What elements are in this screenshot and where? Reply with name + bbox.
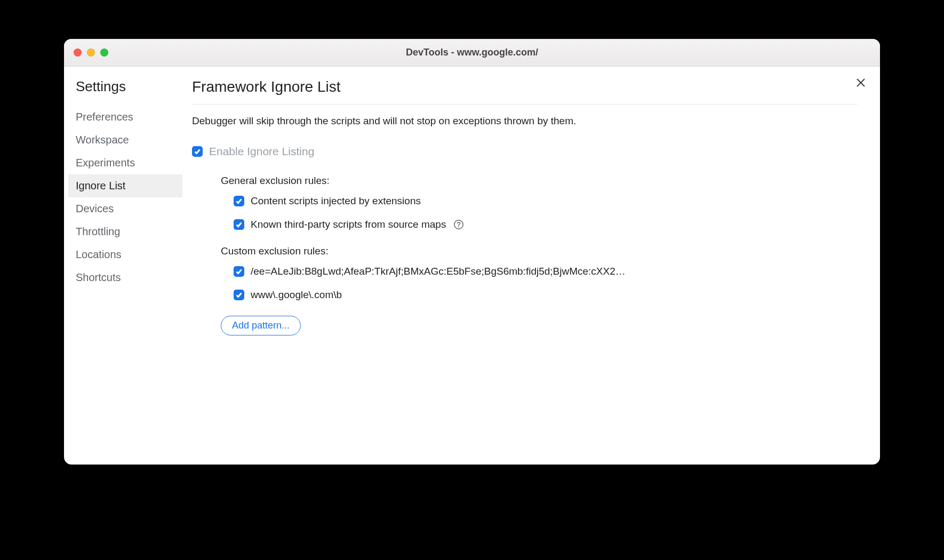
enable-ignore-listing-label: Enable Ignore Listing <box>209 145 314 158</box>
window-minimize-button[interactable] <box>87 49 95 57</box>
enable-ignore-listing-row: Enable Ignore Listing <box>192 145 858 158</box>
svg-point-1 <box>458 226 459 227</box>
window-title: DevTools - www.google.com/ <box>64 47 880 58</box>
third-party-scripts-label: Known third-party scripts from source ma… <box>251 219 446 230</box>
custom-rule-label: /ee=ALeJib:B8gLwd;AfeaP:TkrAjf;BMxAGc:E5… <box>251 266 626 277</box>
sidebar-item-workspace[interactable]: Workspace <box>68 129 182 151</box>
sidebar-item-locations[interactable]: Locations <box>68 243 182 266</box>
content-scripts-checkbox[interactable] <box>234 196 244 206</box>
custom-rules-section: Custom exclusion rules: /ee=ALeJib:B8gLw… <box>192 245 858 301</box>
third-party-scripts-checkbox[interactable] <box>234 219 244 230</box>
sidebar-item-label: Throttling <box>76 226 120 237</box>
sidebar-item-label: Workspace <box>76 134 129 146</box>
sidebar-title: Settings <box>68 78 182 95</box>
custom-rule-checkbox[interactable] <box>234 266 244 277</box>
general-rules-heading: General exclusion rules: <box>221 175 858 187</box>
page-heading: Framework Ignore List <box>192 78 858 105</box>
sidebar-item-label: Preferences <box>76 111 133 123</box>
general-rule-row: Known third-party scripts from source ma… <box>221 219 858 230</box>
enable-ignore-listing-checkbox[interactable] <box>192 146 203 157</box>
custom-rule-row: www\.google\.com\b <box>221 289 858 301</box>
sidebar-item-throttling[interactable]: Throttling <box>68 220 182 243</box>
sidebar-item-label: Shortcuts <box>76 271 121 283</box>
sidebar-item-ignore-list[interactable]: Ignore List <box>68 174 182 197</box>
close-icon[interactable] <box>854 76 867 89</box>
add-pattern-container: Add pattern... <box>221 316 858 335</box>
page-description: Debugger will skip through the scripts a… <box>192 115 858 127</box>
custom-rule-label: www\.google\.com\b <box>251 289 342 301</box>
traffic-lights <box>74 49 108 57</box>
window-close-button[interactable] <box>74 49 82 57</box>
help-icon[interactable] <box>453 219 464 230</box>
titlebar: DevTools - www.google.com/ <box>64 39 880 67</box>
custom-rules-heading: Custom exclusion rules: <box>221 245 858 257</box>
sidebar: Settings Preferences Workspace Experimen… <box>64 67 182 465</box>
general-rule-row: Content scripts injected by extensions <box>221 195 858 207</box>
sidebar-item-shortcuts[interactable]: Shortcuts <box>68 266 182 289</box>
window-content: Settings Preferences Workspace Experimen… <box>64 67 880 465</box>
content-scripts-label: Content scripts injected by extensions <box>251 195 421 207</box>
window-zoom-button[interactable] <box>100 49 108 57</box>
general-rules-section: General exclusion rules: Content scripts… <box>192 175 858 230</box>
custom-rule-row: /ee=ALeJib:B8gLwd;AfeaP:TkrAjf;BMxAGc:E5… <box>221 266 858 277</box>
add-pattern-button[interactable]: Add pattern... <box>221 316 301 335</box>
sidebar-item-label: Ignore List <box>76 180 125 191</box>
sidebar-item-devices[interactable]: Devices <box>68 197 182 220</box>
sidebar-item-preferences[interactable]: Preferences <box>68 106 182 129</box>
devtools-window: DevTools - www.google.com/ Settings Pref… <box>64 39 880 465</box>
custom-rule-checkbox[interactable] <box>234 290 244 300</box>
sidebar-item-label: Devices <box>76 203 114 214</box>
sidebar-item-experiments[interactable]: Experiments <box>68 151 182 174</box>
sidebar-item-label: Experiments <box>76 157 135 169</box>
sidebar-item-label: Locations <box>76 249 122 260</box>
main-panel: Framework Ignore List Debugger will skip… <box>182 67 880 465</box>
